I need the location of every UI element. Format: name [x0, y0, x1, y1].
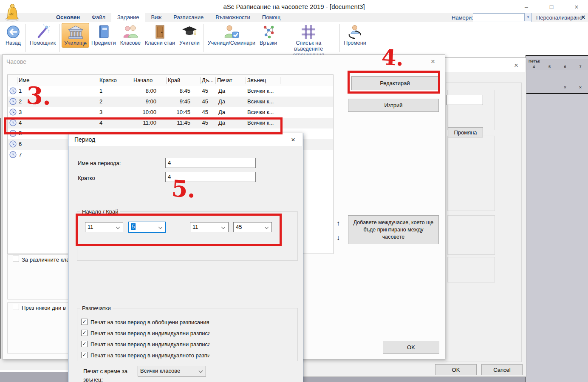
hours-ok-button[interactable]: OK: [383, 341, 439, 354]
period-name-input[interactable]: 4: [165, 158, 256, 168]
annotation-rect-edit-button: [348, 71, 440, 94]
toolbar-button-classrooms[interactable]: Класни стаи: [143, 23, 177, 47]
annotation-rect-dropdowns: [76, 214, 282, 246]
column-header[interactable]: Печат: [217, 77, 232, 83]
table-row[interactable]: 118:008:4545ДаВсички к...: [8, 86, 333, 97]
toolbar-button-teachers[interactable]: Учители: [177, 23, 202, 47]
find-input[interactable]: [473, 13, 532, 22]
column-header[interactable]: Дъ...: [202, 77, 214, 83]
timetable-cell[interactable]: [542, 82, 558, 93]
column-header[interactable]: Звънец: [247, 77, 266, 83]
printout-checkbox[interactable]: ✓: [81, 341, 88, 347]
app-logo-bell-icon: aSc: [3, 1, 21, 24]
cell-name: 6: [19, 141, 22, 147]
cell-duration: 45: [191, 109, 208, 115]
column-separator: [280, 77, 280, 84]
column-header[interactable]: Край: [168, 77, 180, 83]
delete-button[interactable]: Изтрий: [348, 99, 439, 112]
timetable-cell[interactable]: ×: [573, 82, 588, 93]
annotation-step5-number: 5.: [171, 175, 196, 203]
timetable-period-header: 4: [526, 64, 542, 70]
classes-checkbox[interactable]: [13, 256, 19, 262]
toolbar-button-changes[interactable]: Промени: [342, 23, 368, 47]
toolbar-items: НазадПомощникУчилищеПредметиКласовеКласн…: [3, 23, 368, 59]
background-timetable-grid: Петък 4567××: [526, 55, 588, 382]
clock-icon: [9, 98, 17, 107]
menu-tab-Задание[interactable]: Задание: [111, 13, 145, 22]
toolbar-button-constraints[interactable]: Списък на въведените ограничения: [279, 23, 338, 59]
toolbar-button-back[interactable]: Назад: [3, 23, 24, 47]
cell-duration: 45: [191, 88, 208, 94]
timetable-cell[interactable]: [526, 70, 542, 83]
menu-tab-Основен[interactable]: Основен: [50, 13, 86, 22]
column-header[interactable]: Начало: [133, 77, 153, 83]
cell-start: 10:00: [131, 109, 156, 115]
table-header: ИмеКраткоНачалоКрайДъ...ПечатЗвънец: [8, 75, 333, 86]
printout-checkbox[interactable]: ✓: [81, 352, 88, 358]
changes-icon: [346, 24, 363, 40]
annotation-step3-number: 3.: [25, 81, 52, 111]
app-root: aSc Разписание на часовете 2019 - [docum…: [0, 0, 588, 382]
customize-close-icon[interactable]: ×: [581, 14, 585, 21]
background-dialog-close-icon[interactable]: ×: [512, 61, 521, 70]
toolbar-button-students[interactable]: Ученици/Семинари: [206, 23, 257, 47]
customize-arrow-icon[interactable]: ▾: [574, 15, 577, 20]
move-down-arrow-icon[interactable]: ↓: [336, 234, 340, 242]
timetable-cell[interactable]: [557, 70, 573, 83]
background-cancel-button[interactable]: Cancel: [481, 364, 523, 375]
find-dropdown-arrow-icon[interactable]: ▾: [524, 13, 531, 21]
timetable-cell[interactable]: [573, 70, 588, 83]
students-icon: [223, 24, 240, 40]
annotation-rect-row4: [4, 117, 283, 134]
toolbar-button-school[interactable]: Училище: [62, 23, 89, 48]
maximize-icon[interactable]: □: [545, 3, 558, 10]
clock-icon: [9, 151, 17, 160]
table-row[interactable]: 229:009:4545ДаВсички к...: [8, 97, 333, 107]
toolbar-label: Училище: [64, 40, 87, 46]
menu-tab-Възможности[interactable]: Възможности: [209, 13, 256, 22]
menu-tab-Виж[interactable]: Виж: [145, 13, 168, 22]
bell-time-dropdown[interactable]: Всички класове: [138, 366, 206, 376]
table-row[interactable]: 3310:0010:4545ДаВсички к...: [8, 107, 333, 118]
move-up-arrow-icon[interactable]: ↑: [336, 220, 340, 227]
menu-tab-Разписание[interactable]: Разписание: [167, 13, 209, 22]
minimize-icon[interactable]: –: [520, 3, 533, 10]
toolbar-button-links[interactable]: Връзки: [257, 23, 279, 47]
background-input[interactable]: [447, 95, 483, 105]
school-icon: [67, 24, 84, 40]
column-separator: [98, 77, 98, 84]
ribbon-toolbar: НазадПомощникУчилищеПредметиКласовеКласн…: [0, 22, 588, 54]
cell-bell: Всички к...: [247, 98, 280, 105]
background-ok-button[interactable]: OK: [435, 364, 477, 375]
printout-checkbox[interactable]: ✓: [81, 319, 88, 325]
close-icon[interactable]: ×: [570, 3, 583, 11]
days-checkbox[interactable]: [13, 304, 19, 310]
toolbar-button-classes[interactable]: Класове: [118, 23, 143, 47]
timetable-cell[interactable]: [542, 70, 558, 83]
period-short-label: Кратко: [78, 175, 95, 181]
clock-icon: [9, 140, 17, 149]
toolbar-button-subjects[interactable]: Предмети: [89, 23, 118, 47]
column-separator: [246, 77, 246, 84]
add-break-button[interactable]: Добавете междучасие, което ще бъде принт…: [348, 215, 439, 244]
cell-start: 8:00: [131, 88, 156, 94]
timetable-cell[interactable]: [526, 82, 542, 93]
column-separator: [166, 77, 167, 84]
printout-checkbox-label: Печат на този период в индивидуални разп…: [90, 341, 209, 348]
printouts-group-label: Разпечатки: [80, 305, 113, 311]
cell-short: 3: [99, 109, 102, 115]
hours-dialog-close-icon[interactable]: ×: [428, 57, 438, 66]
toolbar-separator: [25, 24, 26, 52]
cell-print: Да: [218, 98, 225, 105]
period-dialog-close-icon[interactable]: ×: [288, 136, 298, 144]
classrooms-icon: [153, 24, 167, 40]
menu-tab-Файл[interactable]: Файл: [86, 13, 111, 22]
timetable-cell[interactable]: ×: [557, 82, 573, 93]
toolbar-separator: [204, 24, 204, 52]
toolbar-button-wizard[interactable]: Помощник: [28, 23, 58, 47]
background-group-c: [447, 215, 495, 255]
menu-tab-Помощ[interactable]: Помощ: [256, 13, 286, 22]
printout-checkbox[interactable]: ✓: [81, 330, 88, 336]
timetable-period-header: 5: [542, 64, 558, 70]
column-header[interactable]: Кратко: [99, 77, 117, 83]
